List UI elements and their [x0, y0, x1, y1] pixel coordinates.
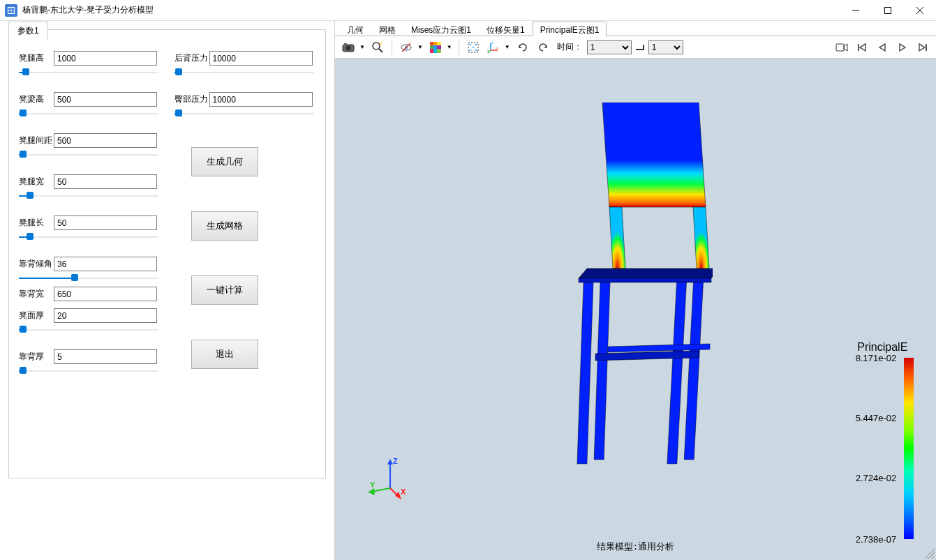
- compute-button[interactable]: 一键计算: [191, 275, 258, 305]
- prev-frame-icon[interactable]: [873, 38, 891, 56]
- svg-point-8: [346, 45, 351, 50]
- parameters-panel: 参数1 凳腿高 凳梁高 凳腿间距 凳腿宽 凳腿长 靠背倾角 靠背宽 凳面厚 靠背…: [0, 21, 334, 560]
- slider-seat-thick[interactable]: [19, 328, 158, 331]
- label-back-pressure: 后背压力: [174, 52, 209, 64]
- slider-leg-height[interactable]: [19, 71, 158, 74]
- label-back-thick: 靠背厚: [19, 351, 54, 363]
- svg-text:x: x: [496, 46, 498, 50]
- rotate-cw-icon[interactable]: [534, 38, 552, 56]
- label-leg-width: 凳腿宽: [19, 176, 54, 188]
- legend-value-3: 2.738e-07: [856, 534, 897, 545]
- play-icon[interactable]: [893, 38, 912, 56]
- tab-displacement[interactable]: 位移矢量1: [479, 22, 533, 36]
- slider-leg-width[interactable]: [19, 195, 158, 197]
- input-leg-spacing[interactable]: [54, 133, 157, 148]
- legend-value-2: 2.724e-02: [856, 472, 897, 483]
- chair-model: [559, 103, 713, 479]
- input-back-pressure[interactable]: [209, 51, 313, 66]
- colormap-icon[interactable]: [426, 38, 445, 56]
- record-icon[interactable]: [833, 38, 851, 56]
- fit-view-icon[interactable]: [464, 38, 482, 56]
- label-seat-thick: 凳面厚: [19, 310, 54, 321]
- svg-line-11: [379, 49, 382, 52]
- svg-rect-23: [437, 49, 441, 53]
- label-back-angle: 靠背倾角: [19, 258, 54, 270]
- rotate-ccw-icon[interactable]: [514, 38, 532, 56]
- svg-text:y: y: [487, 48, 489, 52]
- view-tabs: 几何 网格 Mises应力云图1 位移矢量1 PrincipalE云图1: [335, 21, 936, 36]
- svg-point-10: [373, 43, 380, 50]
- input-leg-length[interactable]: [54, 215, 157, 230]
- visualization-panel: 几何 网格 Mises应力云图1 位移矢量1 PrincipalE云图1 ▼ ▼…: [334, 21, 936, 560]
- slider-back-pressure[interactable]: [174, 71, 314, 74]
- input-leg-height[interactable]: [54, 51, 157, 66]
- axes-icon[interactable]: zxy: [484, 38, 503, 56]
- colormap-dropdown[interactable]: ▼: [445, 44, 454, 50]
- svg-rect-15: [430, 42, 433, 45]
- viewport-3d[interactable]: Z X Y PrincipalE 8.171e-02 5.447e-02 2.7…: [335, 59, 936, 560]
- svg-rect-20: [437, 45, 441, 49]
- input-hip-pressure[interactable]: [209, 92, 313, 107]
- input-leg-width[interactable]: [54, 174, 157, 189]
- input-back-thick[interactable]: [54, 349, 157, 364]
- slider-beam-height[interactable]: [19, 112, 158, 115]
- input-back-width[interactable]: [54, 287, 157, 301]
- input-seat-thick[interactable]: [54, 308, 157, 323]
- tab-mises[interactable]: Mises应力云图1: [403, 22, 479, 36]
- titlebar: 杨霄鹏-东北大学-凳子受力分析模型: [0, 0, 936, 21]
- svg-text:z: z: [491, 41, 493, 45]
- params-tab[interactable]: 参数1: [8, 22, 48, 40]
- slider-hip-pressure[interactable]: [174, 112, 314, 115]
- first-frame-icon[interactable]: [853, 38, 871, 56]
- label-beam-height: 凳梁高: [19, 93, 54, 105]
- generate-geometry-button[interactable]: 生成几何: [191, 147, 258, 176]
- svg-point-25: [473, 47, 474, 48]
- slider-back-angle[interactable]: [19, 277, 158, 280]
- visibility-icon[interactable]: [397, 38, 415, 56]
- slider-leg-spacing[interactable]: [19, 153, 158, 156]
- tab-geometry[interactable]: 几何: [339, 22, 371, 36]
- legend-value-1: 5.447e-02: [856, 412, 897, 423]
- minimize-button[interactable]: [840, 0, 872, 21]
- camera-dropdown[interactable]: ▼: [358, 44, 366, 50]
- zoom-icon[interactable]: [369, 38, 387, 56]
- camera-icon[interactable]: [339, 38, 357, 56]
- visibility-dropdown[interactable]: ▼: [416, 44, 424, 50]
- window-title: 杨霄鹏-东北大学-凳子受力分析模型: [22, 4, 840, 16]
- tab-mesh[interactable]: 网格: [371, 22, 403, 36]
- svg-rect-37: [577, 282, 593, 464]
- svg-rect-9: [344, 43, 347, 45]
- axes-dropdown[interactable]: ▼: [503, 44, 512, 50]
- axis-gizmo: Z X Y: [366, 457, 415, 506]
- tab-princip# [interactable]: PrincipalE云图1: [533, 22, 607, 36]
- label-hip-pressure: 臀部压力: [174, 93, 209, 105]
- label-leg-height: 凳腿高: [19, 52, 54, 64]
- maximize-button[interactable]: [872, 0, 904, 21]
- label-leg-length: 凳腿长: [19, 217, 54, 229]
- next-frame-icon[interactable]: [914, 38, 932, 56]
- label-leg-spacing: 凳腿间距: [19, 135, 54, 146]
- generate-mesh-button[interactable]: 生成网格: [191, 211, 258, 241]
- input-back-angle[interactable]: [54, 257, 157, 271]
- svg-rect-39: [667, 282, 686, 464]
- svg-rect-21: [430, 49, 433, 53]
- frame-select[interactable]: 1: [648, 40, 683, 54]
- svg-text:Y: Y: [370, 480, 376, 489]
- svg-text:X: X: [401, 487, 406, 496]
- resize-grip-icon[interactable]: [925, 549, 935, 559]
- label-back-width: 靠背宽: [19, 288, 54, 300]
- svg-text:Z: Z: [393, 457, 398, 465]
- close-button[interactable]: [904, 0, 936, 21]
- svg-rect-36: [926, 44, 927, 51]
- slider-leg-length[interactable]: [19, 236, 158, 239]
- time-label: 时间：: [557, 41, 582, 53]
- frame-end-icon[interactable]: [634, 38, 646, 56]
- legend-colorbar: [904, 358, 914, 539]
- time-select[interactable]: 1: [587, 40, 632, 54]
- slider-back-thick[interactable]: [19, 370, 158, 372]
- result-model-label: 结果模型:通用分析: [597, 540, 675, 553]
- svg-rect-18: [430, 45, 433, 49]
- input-beam-height[interactable]: [54, 92, 157, 107]
- legend-value-0: 8.171e-02: [856, 353, 897, 363]
- exit-button[interactable]: 退出: [191, 340, 258, 369]
